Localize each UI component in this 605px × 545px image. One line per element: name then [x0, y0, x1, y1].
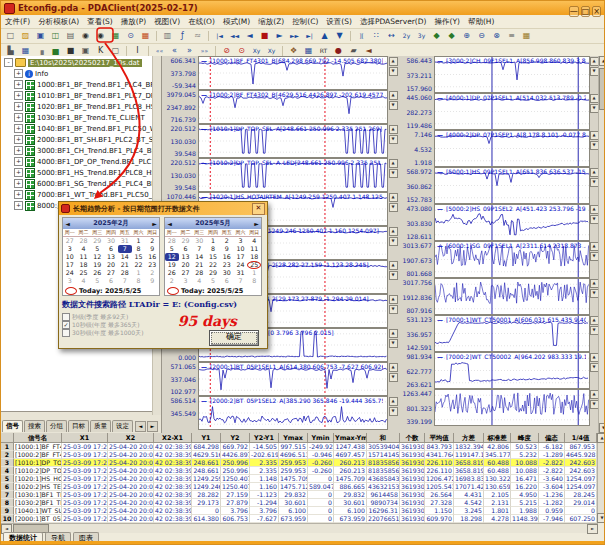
- left-tab-3[interactable]: 目标: [68, 420, 89, 432]
- menu-item-9[interactable]: 设置(S): [322, 17, 356, 27]
- calendar-day[interactable]: 22: [206, 261, 220, 269]
- column-header-6[interactable]: Y2-Y1: [250, 433, 279, 443]
- trend-plot[interactable]: — [7000:1]WT_CT50001_A[606.031 615.435 9…: [434, 315, 590, 352]
- column-header-5[interactable]: Y2: [221, 433, 250, 443]
- calendar-day[interactable]: 6: [179, 245, 193, 253]
- trend-plot[interactable]: — [6000:1]SG_09F1SEL1_A[2311.614 2318.87…: [434, 241, 590, 278]
- calendar-day[interactable]: 4: [77, 245, 91, 253]
- calendar-day[interactable]: 5: [206, 277, 220, 285]
- tree-item-0[interactable]: +iInfo: [2, 68, 151, 79]
- calendar-day[interactable]: 7: [192, 245, 206, 253]
- column-header-9[interactable]: Ymax-Ymin: [334, 433, 367, 443]
- column-header-13[interactable]: 方差: [454, 433, 484, 443]
- expander-icon[interactable]: +: [14, 102, 23, 111]
- calendar-day[interactable]: 5: [90, 277, 104, 285]
- tree-item-4[interactable]: +1030:BF1_BF_Trend.TE_CLIENT: [2, 112, 151, 123]
- calendar-day[interactable]: 3: [179, 277, 193, 285]
- expander-icon[interactable]: -: [4, 58, 13, 67]
- calendar-day[interactable]: 18: [77, 261, 91, 269]
- calendar-day[interactable]: 8: [247, 277, 261, 285]
- expander-icon[interactable]: +: [14, 201, 23, 210]
- page-down-icon[interactable]: ▼: [332, 30, 347, 42]
- calendar-day[interactable]: 3: [63, 245, 77, 253]
- calendar-day[interactable]: 28: [165, 237, 179, 245]
- columns-icon[interactable]: ▦: [519, 30, 534, 42]
- calendar-day[interactable]: 28: [118, 269, 132, 277]
- panel-scroll-up-icon[interactable]: ▲: [389, 159, 398, 168]
- panel-scroll-up-icon[interactable]: ▲: [389, 397, 398, 406]
- calendar-day[interactable]: 3: [234, 237, 248, 245]
- calendar-day[interactable]: 10: [234, 245, 248, 253]
- calendar-day[interactable]: 9: [220, 245, 234, 253]
- calendar-day[interactable]: 23: [220, 261, 234, 269]
- panel-scroll-up-icon[interactable]: ▲: [389, 363, 398, 372]
- panel-scroll-down-icon[interactable]: ▼: [389, 169, 398, 178]
- minimize-button[interactable]: —: [569, 6, 579, 17]
- panel-scroll-down-icon[interactable]: ▼: [389, 237, 398, 246]
- panel-scroll-down-icon[interactable]: ▼: [389, 407, 398, 416]
- calendar-day[interactable]: 1: [132, 269, 146, 277]
- calendar-day[interactable]: 5: [165, 245, 179, 253]
- trend-plot[interactable]: — [4000:1]DP_07P1SEL1_A[514.032 513.789 …: [434, 93, 590, 130]
- panel-scroll-down-icon[interactable]: ▼: [389, 203, 398, 212]
- calendar-day[interactable]: 16: [220, 253, 234, 261]
- calendar-next-icon[interactable]: ►: [150, 220, 159, 227]
- calendar-day[interactable]: 8: [206, 245, 220, 253]
- calendar-day[interactable]: 20: [104, 261, 118, 269]
- trend-plot[interactable]: — [1000:2]BF_FT4302_B[4629.516 4426.897 …: [198, 90, 388, 124]
- page-up-icon[interactable]: ▲: [317, 30, 332, 42]
- calendar-day[interactable]: 11: [247, 245, 261, 253]
- calendar-day[interactable]: 18: [247, 253, 261, 261]
- calendar-day[interactable]: 10: [63, 253, 77, 261]
- calendar-day[interactable]: 12: [90, 253, 104, 261]
- left-tab-4[interactable]: 质量: [90, 420, 111, 432]
- calendar-day[interactable]: 27: [179, 269, 193, 277]
- expander-icon[interactable]: +: [14, 80, 23, 89]
- column-header-14[interactable]: 标准差: [484, 433, 511, 443]
- table-row[interactable]: 1[1000:1]BF_FT425-03-09 17:23:225-04-20 …: [1, 443, 605, 451]
- print-icon[interactable]: ▤: [63, 30, 78, 42]
- calendar-day[interactable]: 29: [179, 237, 193, 245]
- trend-plot[interactable]: — [1010:1]DP_TOP_SEL_A[248.661 250.996 2…: [198, 124, 388, 158]
- calendar-next-icon[interactable]: ►: [252, 220, 261, 227]
- trend-plot[interactable]: — [4000:2]DP_07P1SEP1_A[8.178 8.101 -0.0…: [434, 130, 590, 167]
- menu-item-12[interactable]: 帮助(H): [464, 17, 499, 27]
- calendar-day[interactable]: 9: [145, 245, 159, 253]
- calendar-day[interactable]: 7: [118, 277, 132, 285]
- maximize-button[interactable]: □: [581, 6, 591, 17]
- tree-item-9[interactable]: +5000:BF1_HS_Trend.BF1_PLC8_HS: [2, 167, 151, 178]
- new-file-icon[interactable]: □: [3, 30, 18, 42]
- calendar-prev-icon[interactable]: ◄: [63, 220, 72, 227]
- panel-scroll-down-icon[interactable]: ▼: [389, 271, 398, 280]
- table-row[interactable]: 5[1020:1]HS_HOT25-03-09 17:23:225-04-20 …: [1, 475, 605, 483]
- calendar-day[interactable]: 27: [63, 237, 77, 245]
- calendar-day[interactable]: 17: [63, 261, 77, 269]
- calendar-day[interactable]: 24: [234, 261, 248, 269]
- table-row[interactable]: 6[1020:2]HS_TE025-03-09 17:23:225-04-20 …: [1, 483, 605, 491]
- panel-scroll-up-icon[interactable]: ▲: [389, 91, 398, 100]
- fast-rewind-icon[interactable]: ◄◄: [227, 30, 242, 42]
- find-all-icon[interactable]: ◉: [93, 30, 108, 42]
- calendar-day[interactable]: 29: [90, 237, 104, 245]
- trend-plot[interactable]: [434, 278, 590, 315]
- calendar-day[interactable]: 21: [192, 261, 206, 269]
- calendar-day[interactable]: 2: [145, 237, 159, 245]
- calendar-day[interactable]: 4: [192, 277, 206, 285]
- calendar-day[interactable]: 9: [145, 277, 159, 285]
- snapshot-icon[interactable]: ◫: [48, 30, 63, 42]
- calendar-day[interactable]: 17: [234, 253, 248, 261]
- panel-scroll-up-icon[interactable]: ▲: [389, 295, 398, 304]
- calendar-day[interactable]: 4: [77, 277, 91, 285]
- table-row[interactable]: 7[1030:1]BF1_TE_25-03-09 17:23:225-04-20…: [1, 491, 605, 499]
- left-tab-5[interactable]: 设定: [112, 420, 133, 432]
- table-scroll-up-icon[interactable]: ▲: [597, 433, 605, 443]
- panel-scroll-up-icon[interactable]: ▲: [389, 261, 398, 270]
- panel-scroll-down-icon[interactable]: ▼: [389, 101, 398, 110]
- calendar-day[interactable]: 13: [179, 253, 193, 261]
- calendar-prev-icon[interactable]: ◄: [165, 220, 174, 227]
- menu-item-5[interactable]: 在线(O): [184, 17, 219, 27]
- open-file-icon[interactable]: ▨: [18, 30, 33, 42]
- calendar-day[interactable]: 13: [104, 253, 118, 261]
- marker2-icon[interactable]: ◆: [444, 30, 459, 42]
- calendar-day[interactable]: 5: [90, 245, 104, 253]
